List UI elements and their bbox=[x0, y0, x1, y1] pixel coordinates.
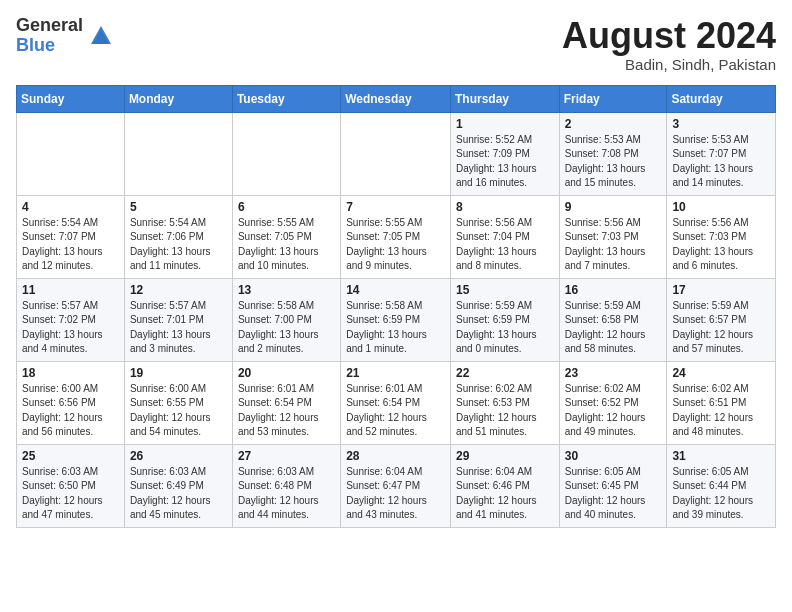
day-cell bbox=[341, 112, 451, 195]
day-cell: 24Sunrise: 6:02 AM Sunset: 6:51 PM Dayli… bbox=[667, 361, 776, 444]
col-header-sunday: Sunday bbox=[17, 85, 125, 112]
day-number: 31 bbox=[672, 449, 770, 463]
day-info: Sunrise: 6:02 AM Sunset: 6:53 PM Dayligh… bbox=[456, 382, 554, 440]
day-info: Sunrise: 5:54 AM Sunset: 7:06 PM Dayligh… bbox=[130, 216, 227, 274]
day-number: 29 bbox=[456, 449, 554, 463]
day-info: Sunrise: 6:02 AM Sunset: 6:52 PM Dayligh… bbox=[565, 382, 662, 440]
day-cell: 28Sunrise: 6:04 AM Sunset: 6:47 PM Dayli… bbox=[341, 444, 451, 527]
day-info: Sunrise: 6:04 AM Sunset: 6:46 PM Dayligh… bbox=[456, 465, 554, 523]
day-info: Sunrise: 5:59 AM Sunset: 6:59 PM Dayligh… bbox=[456, 299, 554, 357]
week-row-1: 1Sunrise: 5:52 AM Sunset: 7:09 PM Daylig… bbox=[17, 112, 776, 195]
day-cell: 20Sunrise: 6:01 AM Sunset: 6:54 PM Dayli… bbox=[232, 361, 340, 444]
day-number: 4 bbox=[22, 200, 119, 214]
day-cell: 21Sunrise: 6:01 AM Sunset: 6:54 PM Dayli… bbox=[341, 361, 451, 444]
day-cell: 2Sunrise: 5:53 AM Sunset: 7:08 PM Daylig… bbox=[559, 112, 667, 195]
day-number: 5 bbox=[130, 200, 227, 214]
month-year: August 2024 bbox=[562, 16, 776, 56]
logo: General Blue bbox=[16, 16, 115, 56]
day-info: Sunrise: 6:03 AM Sunset: 6:49 PM Dayligh… bbox=[130, 465, 227, 523]
day-number: 27 bbox=[238, 449, 335, 463]
day-info: Sunrise: 5:57 AM Sunset: 7:02 PM Dayligh… bbox=[22, 299, 119, 357]
day-number: 16 bbox=[565, 283, 662, 297]
day-number: 23 bbox=[565, 366, 662, 380]
day-number: 6 bbox=[238, 200, 335, 214]
day-cell: 25Sunrise: 6:03 AM Sunset: 6:50 PM Dayli… bbox=[17, 444, 125, 527]
day-number: 15 bbox=[456, 283, 554, 297]
day-info: Sunrise: 6:03 AM Sunset: 6:50 PM Dayligh… bbox=[22, 465, 119, 523]
logo-icon bbox=[87, 22, 115, 50]
location: Badin, Sindh, Pakistan bbox=[562, 56, 776, 73]
day-cell: 9Sunrise: 5:56 AM Sunset: 7:03 PM Daylig… bbox=[559, 195, 667, 278]
day-number: 21 bbox=[346, 366, 445, 380]
day-info: Sunrise: 5:59 AM Sunset: 6:57 PM Dayligh… bbox=[672, 299, 770, 357]
week-row-2: 4Sunrise: 5:54 AM Sunset: 7:07 PM Daylig… bbox=[17, 195, 776, 278]
day-info: Sunrise: 5:56 AM Sunset: 7:04 PM Dayligh… bbox=[456, 216, 554, 274]
day-cell: 27Sunrise: 6:03 AM Sunset: 6:48 PM Dayli… bbox=[232, 444, 340, 527]
day-cell: 1Sunrise: 5:52 AM Sunset: 7:09 PM Daylig… bbox=[450, 112, 559, 195]
day-number: 30 bbox=[565, 449, 662, 463]
day-cell: 30Sunrise: 6:05 AM Sunset: 6:45 PM Dayli… bbox=[559, 444, 667, 527]
day-number: 24 bbox=[672, 366, 770, 380]
day-info: Sunrise: 5:57 AM Sunset: 7:01 PM Dayligh… bbox=[130, 299, 227, 357]
day-info: Sunrise: 5:58 AM Sunset: 6:59 PM Dayligh… bbox=[346, 299, 445, 357]
day-info: Sunrise: 5:53 AM Sunset: 7:07 PM Dayligh… bbox=[672, 133, 770, 191]
day-info: Sunrise: 6:00 AM Sunset: 6:55 PM Dayligh… bbox=[130, 382, 227, 440]
day-cell: 7Sunrise: 5:55 AM Sunset: 7:05 PM Daylig… bbox=[341, 195, 451, 278]
day-cell: 26Sunrise: 6:03 AM Sunset: 6:49 PM Dayli… bbox=[124, 444, 232, 527]
day-number: 12 bbox=[130, 283, 227, 297]
day-info: Sunrise: 5:56 AM Sunset: 7:03 PM Dayligh… bbox=[565, 216, 662, 274]
day-info: Sunrise: 6:05 AM Sunset: 6:45 PM Dayligh… bbox=[565, 465, 662, 523]
day-cell: 8Sunrise: 5:56 AM Sunset: 7:04 PM Daylig… bbox=[450, 195, 559, 278]
day-cell: 18Sunrise: 6:00 AM Sunset: 6:56 PM Dayli… bbox=[17, 361, 125, 444]
day-number: 10 bbox=[672, 200, 770, 214]
day-cell bbox=[124, 112, 232, 195]
col-header-wednesday: Wednesday bbox=[341, 85, 451, 112]
day-info: Sunrise: 6:01 AM Sunset: 6:54 PM Dayligh… bbox=[238, 382, 335, 440]
day-info: Sunrise: 5:59 AM Sunset: 6:58 PM Dayligh… bbox=[565, 299, 662, 357]
day-info: Sunrise: 6:02 AM Sunset: 6:51 PM Dayligh… bbox=[672, 382, 770, 440]
day-info: Sunrise: 6:00 AM Sunset: 6:56 PM Dayligh… bbox=[22, 382, 119, 440]
day-info: Sunrise: 5:53 AM Sunset: 7:08 PM Dayligh… bbox=[565, 133, 662, 191]
day-info: Sunrise: 5:56 AM Sunset: 7:03 PM Dayligh… bbox=[672, 216, 770, 274]
week-row-4: 18Sunrise: 6:00 AM Sunset: 6:56 PM Dayli… bbox=[17, 361, 776, 444]
day-info: Sunrise: 6:04 AM Sunset: 6:47 PM Dayligh… bbox=[346, 465, 445, 523]
day-number: 2 bbox=[565, 117, 662, 131]
day-number: 3 bbox=[672, 117, 770, 131]
day-info: Sunrise: 5:54 AM Sunset: 7:07 PM Dayligh… bbox=[22, 216, 119, 274]
page-header: General Blue August 2024 Badin, Sindh, P… bbox=[16, 16, 776, 73]
day-info: Sunrise: 5:55 AM Sunset: 7:05 PM Dayligh… bbox=[346, 216, 445, 274]
day-number: 17 bbox=[672, 283, 770, 297]
day-number: 14 bbox=[346, 283, 445, 297]
day-number: 25 bbox=[22, 449, 119, 463]
day-number: 28 bbox=[346, 449, 445, 463]
day-number: 26 bbox=[130, 449, 227, 463]
day-info: Sunrise: 6:05 AM Sunset: 6:44 PM Dayligh… bbox=[672, 465, 770, 523]
day-cell: 11Sunrise: 5:57 AM Sunset: 7:02 PM Dayli… bbox=[17, 278, 125, 361]
title-block: August 2024 Badin, Sindh, Pakistan bbox=[562, 16, 776, 73]
day-cell: 6Sunrise: 5:55 AM Sunset: 7:05 PM Daylig… bbox=[232, 195, 340, 278]
day-number: 22 bbox=[456, 366, 554, 380]
day-info: Sunrise: 5:55 AM Sunset: 7:05 PM Dayligh… bbox=[238, 216, 335, 274]
col-header-tuesday: Tuesday bbox=[232, 85, 340, 112]
day-cell: 14Sunrise: 5:58 AM Sunset: 6:59 PM Dayli… bbox=[341, 278, 451, 361]
day-info: Sunrise: 6:01 AM Sunset: 6:54 PM Dayligh… bbox=[346, 382, 445, 440]
day-cell: 15Sunrise: 5:59 AM Sunset: 6:59 PM Dayli… bbox=[450, 278, 559, 361]
day-cell: 4Sunrise: 5:54 AM Sunset: 7:07 PM Daylig… bbox=[17, 195, 125, 278]
header-row: SundayMondayTuesdayWednesdayThursdayFrid… bbox=[17, 85, 776, 112]
day-number: 18 bbox=[22, 366, 119, 380]
week-row-3: 11Sunrise: 5:57 AM Sunset: 7:02 PM Dayli… bbox=[17, 278, 776, 361]
col-header-saturday: Saturday bbox=[667, 85, 776, 112]
calendar-table: SundayMondayTuesdayWednesdayThursdayFrid… bbox=[16, 85, 776, 528]
col-header-thursday: Thursday bbox=[450, 85, 559, 112]
day-number: 1 bbox=[456, 117, 554, 131]
day-cell: 22Sunrise: 6:02 AM Sunset: 6:53 PM Dayli… bbox=[450, 361, 559, 444]
day-cell bbox=[17, 112, 125, 195]
day-cell: 29Sunrise: 6:04 AM Sunset: 6:46 PM Dayli… bbox=[450, 444, 559, 527]
day-number: 8 bbox=[456, 200, 554, 214]
day-cell: 10Sunrise: 5:56 AM Sunset: 7:03 PM Dayli… bbox=[667, 195, 776, 278]
day-cell: 16Sunrise: 5:59 AM Sunset: 6:58 PM Dayli… bbox=[559, 278, 667, 361]
day-cell: 23Sunrise: 6:02 AM Sunset: 6:52 PM Dayli… bbox=[559, 361, 667, 444]
week-row-5: 25Sunrise: 6:03 AM Sunset: 6:50 PM Dayli… bbox=[17, 444, 776, 527]
day-cell: 5Sunrise: 5:54 AM Sunset: 7:06 PM Daylig… bbox=[124, 195, 232, 278]
day-info: Sunrise: 5:52 AM Sunset: 7:09 PM Dayligh… bbox=[456, 133, 554, 191]
